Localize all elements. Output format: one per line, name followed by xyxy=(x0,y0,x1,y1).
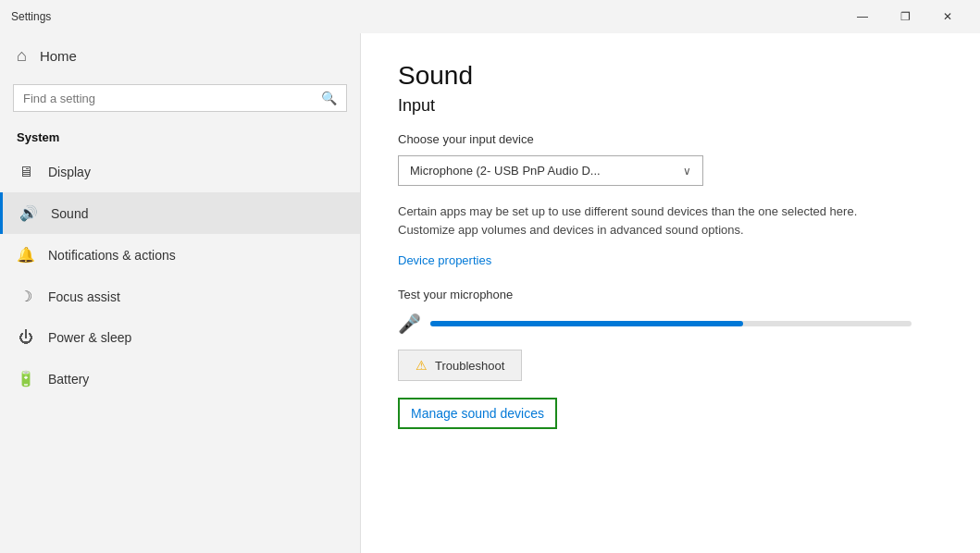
focus-icon: ☽ xyxy=(17,288,35,305)
test-mic-label: Test your microphone xyxy=(398,288,943,301)
sidebar-section-title: System xyxy=(0,125,360,152)
info-text: Certain apps may be set up to use differ… xyxy=(398,203,916,239)
sidebar-item-home[interactable]: ⌂ Home xyxy=(0,33,360,79)
minimize-button[interactable]: — xyxy=(841,4,884,30)
sound-icon: 🔊 xyxy=(19,204,38,222)
mic-bar-row: 🎤 xyxy=(398,313,943,335)
notifications-icon: 🔔 xyxy=(17,246,35,264)
input-device-label: Choose your input device xyxy=(398,132,943,146)
manage-sound-devices-box: Manage sound devices xyxy=(398,398,557,429)
content-area: Sound Input Choose your input device Mic… xyxy=(361,33,980,553)
mic-level-bar-fill xyxy=(430,321,743,326)
device-properties-link[interactable]: Device properties xyxy=(398,253,491,267)
mic-level-bar-bg xyxy=(430,321,912,326)
troubleshoot-label: Troubleshoot xyxy=(435,359,504,373)
sidebar-item-battery[interactable]: 🔋 Battery xyxy=(0,358,360,399)
warning-icon: ⚠ xyxy=(416,358,428,373)
troubleshoot-button[interactable]: ⚠ Troubleshoot xyxy=(398,350,522,381)
sidebar-item-sound-label: Sound xyxy=(51,206,88,221)
microphone-icon: 🎤 xyxy=(398,313,421,335)
input-device-dropdown[interactable]: Microphone (2- USB PnP Audio D... ∨ xyxy=(398,155,703,186)
close-button[interactable]: ✕ xyxy=(926,4,969,30)
sidebar-item-sound[interactable]: 🔊 Sound xyxy=(0,192,360,234)
battery-icon: 🔋 xyxy=(17,370,35,387)
sidebar-item-power-label: Power & sleep xyxy=(48,330,131,345)
search-box: 🔍 xyxy=(13,84,347,112)
sidebar-item-focus[interactable]: ☽ Focus assist xyxy=(0,276,360,317)
input-device-value: Microphone (2- USB PnP Audio D... xyxy=(410,164,601,178)
sidebar: ⌂ Home 🔍 System 🖥 Display 🔊 Sound 🔔 Noti… xyxy=(0,33,361,553)
sidebar-item-display-label: Display xyxy=(48,165,91,179)
app-title: Settings xyxy=(11,10,51,23)
titlebar: Settings — ❐ ✕ xyxy=(0,0,980,33)
sidebar-item-notifications[interactable]: 🔔 Notifications & actions xyxy=(0,234,360,276)
sidebar-item-power[interactable]: ⏻ Power & sleep xyxy=(0,317,360,358)
sidebar-item-battery-label: Battery xyxy=(48,372,89,387)
sidebar-item-focus-label: Focus assist xyxy=(48,289,120,304)
page-title: Sound xyxy=(398,61,943,91)
sidebar-item-display[interactable]: 🖥 Display xyxy=(0,152,360,192)
chevron-down-icon: ∨ xyxy=(683,165,691,178)
search-icon: 🔍 xyxy=(321,91,337,105)
search-input[interactable] xyxy=(23,92,314,105)
manage-sound-devices-link[interactable]: Manage sound devices xyxy=(411,406,544,421)
section-title: Input xyxy=(398,96,943,116)
home-icon: ⌂ xyxy=(17,46,27,66)
sidebar-home-label: Home xyxy=(40,48,77,64)
sidebar-item-notifications-label: Notifications & actions xyxy=(48,248,176,263)
app-container: ⌂ Home 🔍 System 🖥 Display 🔊 Sound 🔔 Noti… xyxy=(0,33,980,553)
window-controls: — ❐ ✕ xyxy=(841,4,969,30)
display-icon: 🖥 xyxy=(17,164,35,180)
restore-button[interactable]: ❐ xyxy=(884,4,926,30)
power-icon: ⏻ xyxy=(17,329,35,346)
